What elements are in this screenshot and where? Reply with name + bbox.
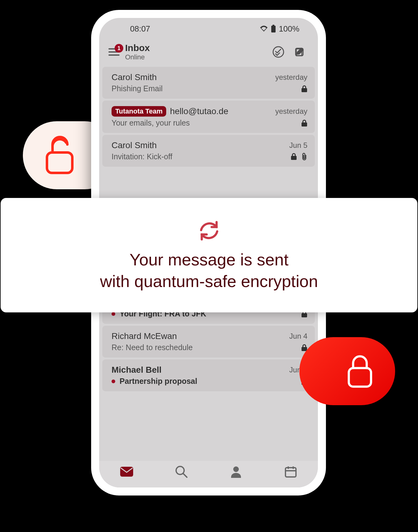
unread-badge: 1	[115, 44, 123, 53]
email-sender: Carol Smith	[112, 72, 157, 82]
email-subject: Phishing Email	[112, 84, 163, 93]
attachment-icon	[301, 153, 307, 161]
lock-icon	[301, 85, 307, 92]
nav-mail-button[interactable]	[118, 463, 135, 480]
wifi-icon	[260, 26, 268, 32]
nav-calendar-button[interactable]	[282, 463, 299, 480]
app-header: 1 Inbox Online	[99, 40, 318, 67]
unlock-icon	[43, 135, 77, 175]
email-sender: Michael Bell	[112, 365, 162, 375]
email-date: yesterday	[275, 73, 307, 82]
email-item[interactable]: Tutanota Team hello@tutao.de yesterday Y…	[102, 101, 315, 133]
nav-contacts-button[interactable]	[227, 463, 245, 480]
status-icons: 100%	[260, 24, 300, 34]
unread-dot	[112, 312, 115, 316]
email-subject: Re: Need to reschedule	[112, 343, 193, 352]
email-subject: Invitation: Kick-off	[112, 152, 172, 161]
status-time: 08:07	[130, 24, 150, 34]
svg-rect-0	[47, 152, 72, 173]
lock-icon	[344, 353, 375, 390]
select-all-button[interactable]	[272, 45, 285, 59]
email-item[interactable]: Michael Bell Jun 4 Partnership proposal	[102, 359, 315, 391]
svg-rect-2	[271, 26, 276, 32]
compose-button[interactable]	[293, 45, 307, 59]
menu-button[interactable]: 1	[108, 47, 121, 57]
lock-icon	[291, 153, 297, 161]
email-item[interactable]: Carol Smith Jun 5 Invitation: Kick-off	[102, 135, 315, 167]
status-bar: 08:07 100%	[99, 18, 318, 40]
email-date: yesterday	[275, 107, 307, 116]
lock-icon	[301, 119, 307, 127]
svg-rect-9	[349, 368, 371, 387]
battery-icon	[271, 25, 276, 33]
unread-dot	[112, 380, 115, 383]
svg-point-7	[233, 466, 239, 472]
email-sender: Carol Smith	[112, 140, 157, 150]
svg-rect-1	[272, 25, 274, 26]
folder-title: Inbox	[125, 43, 272, 53]
email-item[interactable]: Richard McEwan Jun 4 Re: Need to resched…	[102, 326, 315, 358]
encryption-banner: Your message is sent with quantum-safe e…	[1, 198, 417, 312]
email-item[interactable]: Carol Smith yesterday Phishing Email	[102, 67, 315, 99]
email-date: Jun 4	[289, 332, 307, 341]
email-date: Jun 5	[289, 141, 307, 150]
svg-rect-8	[285, 468, 296, 477]
sender-chip: Tutanota Team	[112, 106, 166, 117]
bottom-nav	[99, 461, 318, 487]
encryption-message: Your message is sent with quantum-safe e…	[100, 249, 318, 292]
closed-lock-pill	[299, 337, 395, 405]
email-sender: hello@tutao.de	[170, 106, 228, 116]
email-sender: Richard McEwan	[112, 331, 177, 341]
connection-status: Online	[125, 53, 272, 61]
email-subject: Your emails, your rules	[112, 118, 190, 127]
sync-icon	[197, 218, 222, 243]
email-subject: Partnership proposal	[120, 377, 197, 386]
nav-search-button[interactable]	[173, 463, 190, 480]
svg-rect-5	[120, 467, 133, 477]
battery-percent: 100%	[279, 24, 300, 34]
